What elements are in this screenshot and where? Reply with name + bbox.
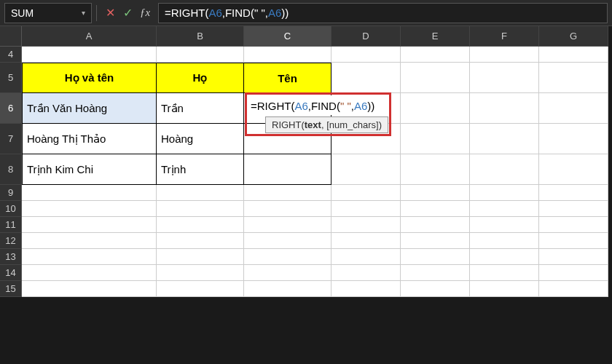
cell-F12[interactable]: [470, 233, 539, 249]
cell-C9[interactable]: [244, 185, 332, 201]
cell-F6[interactable]: [470, 93, 539, 124]
cell-E15[interactable]: [401, 281, 470, 297]
cell-A14[interactable]: [22, 265, 157, 281]
cell-B8[interactable]: Trịnh: [157, 154, 244, 185]
cell-B12[interactable]: [157, 233, 244, 249]
col-header-D[interactable]: D: [332, 26, 401, 47]
col-header-G[interactable]: G: [539, 26, 608, 47]
cell-C5[interactable]: Tên: [244, 63, 332, 93]
cell-G11[interactable]: [539, 217, 608, 233]
cell-E10[interactable]: [401, 201, 470, 217]
select-all-corner[interactable]: [0, 26, 22, 47]
cell-A13[interactable]: [22, 249, 157, 265]
cell-G13[interactable]: [539, 249, 608, 265]
cell-C13[interactable]: [244, 249, 332, 265]
cell-C15[interactable]: [244, 281, 332, 297]
cell-D15[interactable]: [332, 281, 401, 297]
row-header-14[interactable]: 14: [0, 265, 22, 281]
cell-B4[interactable]: [157, 47, 244, 63]
cell-B15[interactable]: [157, 281, 244, 297]
cell-A8[interactable]: Trịnh Kim Chi: [22, 154, 157, 185]
cell-B14[interactable]: [157, 265, 244, 281]
row-header-9[interactable]: 9: [0, 185, 22, 201]
row-header-11[interactable]: 11: [0, 217, 22, 233]
cell-A6[interactable]: Trần Văn Hoàng: [22, 93, 157, 124]
cell-A9[interactable]: [22, 185, 157, 201]
cell-A15[interactable]: [22, 281, 157, 297]
cell-A7[interactable]: Hoàng Thị Thảo: [22, 124, 157, 154]
cell-B7[interactable]: Hoàng: [157, 124, 244, 154]
cell-F7[interactable]: [470, 124, 539, 154]
cell-B11[interactable]: [157, 217, 244, 233]
cell-editor[interactable]: =RIGHT(A6,FIND(" ",A6)): [248, 95, 388, 115]
formula-input[interactable]: =RIGHT(A6,FIND(" ",A6)): [158, 3, 608, 23]
cell-E6[interactable]: [401, 93, 470, 124]
cell-E11[interactable]: [401, 217, 470, 233]
col-header-B[interactable]: B: [157, 26, 244, 47]
cell-C10[interactable]: [244, 201, 332, 217]
cell-F5[interactable]: [470, 63, 539, 93]
cell-F14[interactable]: [470, 265, 539, 281]
enter-icon[interactable]: ✓: [119, 4, 136, 22]
fx-icon[interactable]: ƒx: [136, 4, 154, 22]
cell-B13[interactable]: [157, 249, 244, 265]
cell-F13[interactable]: [470, 249, 539, 265]
cell-E13[interactable]: [401, 249, 470, 265]
row-header-13[interactable]: 13: [0, 249, 22, 265]
cell-E12[interactable]: [401, 233, 470, 249]
cell-E8[interactable]: [401, 154, 470, 185]
cell-G4[interactable]: [539, 47, 608, 63]
cell-D11[interactable]: [332, 217, 401, 233]
cell-F9[interactable]: [470, 185, 539, 201]
cell-F15[interactable]: [470, 281, 539, 297]
cell-G7[interactable]: [539, 124, 608, 154]
cell-G9[interactable]: [539, 185, 608, 201]
cell-F8[interactable]: [470, 154, 539, 185]
row-header-4[interactable]: 4: [0, 47, 22, 63]
col-header-F[interactable]: F: [470, 26, 539, 47]
cell-B5[interactable]: Họ: [157, 63, 244, 93]
cells-area[interactable]: Họ và tên Họ Tên Trần Văn Hoàng Trần: [22, 47, 612, 364]
cell-E14[interactable]: [401, 265, 470, 281]
cell-G14[interactable]: [539, 265, 608, 281]
cell-E4[interactable]: [401, 47, 470, 63]
cell-F10[interactable]: [470, 201, 539, 217]
cell-C4[interactable]: [244, 47, 332, 63]
cell-E9[interactable]: [401, 185, 470, 201]
cell-F11[interactable]: [470, 217, 539, 233]
cell-D13[interactable]: [332, 249, 401, 265]
cell-B6[interactable]: Trần: [157, 93, 244, 124]
cell-D8[interactable]: [332, 154, 401, 185]
cell-F4[interactable]: [470, 47, 539, 63]
cell-D12[interactable]: [332, 233, 401, 249]
cell-G6[interactable]: [539, 93, 608, 124]
cell-D5[interactable]: [332, 63, 401, 93]
col-header-C[interactable]: C: [244, 26, 332, 47]
cell-D4[interactable]: [332, 47, 401, 63]
row-header-5[interactable]: 5: [0, 63, 22, 93]
col-header-A[interactable]: A: [22, 26, 157, 47]
cell-C8[interactable]: [244, 154, 332, 185]
row-header-12[interactable]: 12: [0, 233, 22, 249]
row-header-15[interactable]: 15: [0, 281, 22, 297]
cell-G8[interactable]: [539, 154, 608, 185]
cancel-icon[interactable]: ✕: [101, 4, 119, 22]
cell-E5[interactable]: [401, 63, 470, 93]
cell-A12[interactable]: [22, 233, 157, 249]
cell-C11[interactable]: [244, 217, 332, 233]
cell-C12[interactable]: [244, 233, 332, 249]
cell-D9[interactable]: [332, 185, 401, 201]
cell-D14[interactable]: [332, 265, 401, 281]
row-header-10[interactable]: 10: [0, 201, 22, 217]
cell-G12[interactable]: [539, 233, 608, 249]
cell-G5[interactable]: [539, 63, 608, 93]
cell-G15[interactable]: [539, 281, 608, 297]
cell-B10[interactable]: [157, 201, 244, 217]
row-header-8[interactable]: 8: [0, 154, 22, 185]
cell-G10[interactable]: [539, 201, 608, 217]
col-header-E[interactable]: E: [401, 26, 470, 47]
cell-D10[interactable]: [332, 201, 401, 217]
cell-C14[interactable]: [244, 265, 332, 281]
cell-A10[interactable]: [22, 201, 157, 217]
cell-B9[interactable]: [157, 185, 244, 201]
